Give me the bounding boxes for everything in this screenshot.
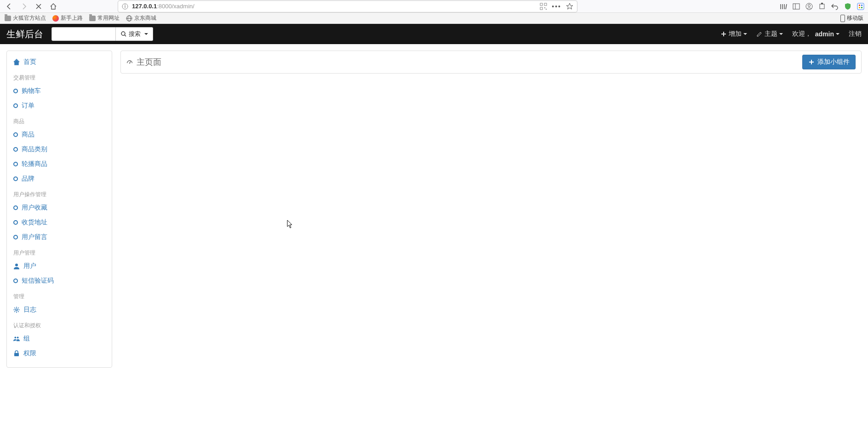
sidebar-item[interactable]: 用户收藏	[7, 200, 112, 215]
sidebar-heading: 用户操作管理	[7, 186, 112, 200]
sidebar-item-label: 商品	[22, 131, 34, 139]
group-icon	[13, 336, 20, 342]
circle-icon	[13, 103, 18, 108]
sidebar-item[interactable]: 品牌	[7, 171, 112, 186]
plus-icon	[808, 59, 815, 65]
extension-icon[interactable]	[818, 3, 826, 10]
svg-rect-15	[859, 5, 860, 6]
forward-icon[interactable]	[18, 1, 29, 12]
svg-rect-12	[820, 4, 824, 9]
sidebar-item-label: 短信验证码	[22, 277, 54, 285]
circle-icon	[13, 89, 18, 93]
svg-line-33	[14, 311, 15, 312]
page-title: 主页面	[137, 57, 161, 68]
star-icon[interactable]	[566, 3, 573, 10]
svg-point-1	[125, 5, 126, 6]
mobile-icon	[840, 15, 845, 22]
account-icon[interactable]	[805, 3, 813, 10]
svg-point-25	[16, 309, 17, 311]
add-widget-button[interactable]: 添加小组件	[802, 55, 856, 69]
sidebar-item[interactable]: 订单	[7, 98, 112, 113]
circle-icon	[13, 176, 18, 181]
sidebar-heading: 商品	[7, 113, 112, 127]
svg-line-23	[125, 35, 126, 36]
search-button-label: 搜索	[129, 30, 141, 38]
svg-rect-13	[821, 3, 823, 4]
plus-icon	[720, 31, 727, 37]
bookmark-mobile-edition[interactable]: 移动版	[840, 14, 863, 22]
chevron-down-icon	[779, 33, 783, 35]
sidebar-item[interactable]: 用户留言	[7, 230, 112, 245]
sidebar: 首页 交易管理购物车订单商品商品商品类别轮播商品品牌用户操作管理用户收藏收货地址…	[6, 51, 112, 368]
gear-icon	[13, 307, 20, 313]
sidebar-item[interactable]: 用户	[7, 259, 112, 273]
sidebar-item[interactable]: 购物车	[7, 84, 112, 98]
sidebar-item[interactable]: 日志	[7, 302, 112, 317]
nav-welcome[interactable]: 欢迎， admin	[792, 30, 839, 38]
welcome-prefix: 欢迎，	[792, 30, 811, 38]
search-input[interactable]	[51, 27, 116, 41]
brand[interactable]: 生鲜后台	[6, 28, 43, 40]
sidebar-toggle-icon[interactable]	[793, 3, 800, 10]
home-icon[interactable]	[48, 1, 59, 12]
circle-icon	[13, 132, 18, 137]
back-icon[interactable]	[4, 1, 15, 12]
circle-icon	[13, 162, 18, 166]
address-bar[interactable]: 127.0.0.1:8000/xadmin/ •••	[118, 0, 577, 12]
page-title-wrap: 主页面	[126, 57, 161, 68]
pencil-icon	[756, 31, 763, 37]
svg-rect-17	[859, 7, 860, 8]
bookmark-jd[interactable]: 京东商城	[126, 14, 156, 22]
svg-rect-18	[861, 7, 862, 8]
sidebar-heading: 认证和授权	[7, 317, 112, 331]
svg-rect-7	[546, 9, 547, 10]
search-icon	[120, 31, 127, 37]
sidebar-item[interactable]: 轮播商品	[7, 157, 112, 171]
more-icon[interactable]: •••	[552, 3, 561, 10]
search-group: 搜索	[51, 27, 153, 41]
folder-icon	[5, 16, 11, 21]
svg-point-34	[14, 336, 16, 338]
sidebar-item-label: 组	[23, 335, 30, 343]
sidebar-item[interactable]: 权限	[7, 346, 112, 361]
circle-icon	[13, 279, 18, 283]
sidebar-home[interactable]: 首页	[7, 55, 112, 69]
svg-rect-5	[540, 7, 542, 10]
folder-icon	[89, 16, 96, 21]
svg-rect-36	[14, 353, 19, 356]
bookmark-firefox-official[interactable]: 火狐官方站点	[5, 14, 46, 22]
svg-point-24	[15, 264, 18, 267]
sidebar-item-label: 用户收藏	[22, 204, 47, 212]
sidebar-item[interactable]: 商品	[7, 127, 112, 142]
sidebar-item[interactable]: 收货地址	[7, 215, 112, 230]
sidebar-item[interactable]: 组	[7, 331, 112, 346]
dashboard-icon	[126, 59, 133, 65]
bookmark-common-urls[interactable]: 常用网址	[89, 14, 120, 22]
sidebar-item-label: 轮播商品	[22, 160, 47, 168]
firefox-icon	[52, 15, 59, 22]
svg-rect-6	[544, 7, 545, 8]
panel-header: 主页面 添加小组件	[120, 51, 862, 74]
nav-theme[interactable]: 主题	[756, 30, 783, 38]
nav-theme-label: 主题	[765, 30, 777, 38]
shield-icon[interactable]	[844, 3, 851, 10]
sidebar-item-label: 权限	[23, 349, 36, 358]
bookmark-new-user[interactable]: 新手上路	[52, 14, 83, 22]
svg-rect-8	[793, 4, 799, 9]
qr-icon[interactable]	[540, 3, 547, 10]
bookmark-bar: 火狐官方站点 新手上路 常用网址 京东商城 移动版	[0, 13, 868, 24]
nav-logout[interactable]: 注销	[849, 30, 862, 38]
undo-icon[interactable]	[831, 3, 839, 10]
sidebar-item[interactable]: 商品类别	[7, 142, 112, 157]
sidebar-item-label: 用户留言	[22, 233, 47, 241]
nav-add[interactable]: 增加	[720, 30, 747, 38]
addon-icon[interactable]	[857, 3, 864, 10]
sidebar-item-label: 用户	[23, 262, 36, 270]
page: 首页 交易管理购物车订单商品商品商品类别轮播商品品牌用户操作管理用户收藏收货地址…	[0, 44, 868, 374]
chevron-down-icon	[836, 33, 839, 35]
sidebar-item[interactable]: 短信验证码	[7, 273, 112, 288]
library-icon[interactable]	[780, 3, 787, 10]
search-button[interactable]: 搜索	[116, 27, 153, 41]
stop-icon[interactable]	[33, 1, 44, 12]
svg-line-30	[14, 307, 15, 308]
